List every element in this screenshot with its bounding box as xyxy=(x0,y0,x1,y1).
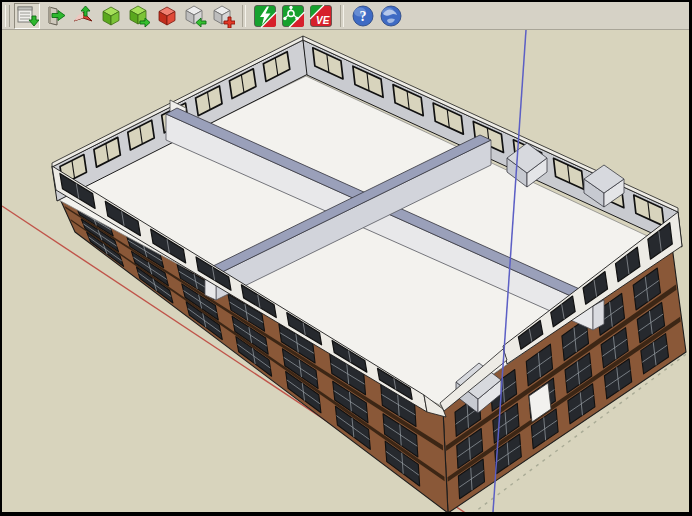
toolbar-separator xyxy=(340,5,344,27)
model-scene xyxy=(2,30,689,512)
red-cube-icon xyxy=(155,4,179,28)
web-globe-button[interactable] xyxy=(378,3,404,29)
svg-text:VE: VE xyxy=(316,15,330,26)
viewport-3d[interactable] xyxy=(2,30,689,512)
cube-add-button[interactable] xyxy=(210,3,236,29)
toolbar-grip[interactable] xyxy=(5,5,10,27)
help-icon: ? xyxy=(351,4,375,28)
svg-text:?: ? xyxy=(360,9,367,24)
export-terrain-button[interactable] xyxy=(70,3,96,29)
green-cube-arrow-button[interactable] xyxy=(126,3,152,29)
ve-logo-icon: VE xyxy=(309,4,333,28)
green-cube-arrow-icon xyxy=(127,4,151,28)
red-cube-button[interactable] xyxy=(154,3,180,29)
green-cube-button[interactable] xyxy=(98,3,124,29)
cube-import-arrow-icon xyxy=(183,4,207,28)
export-terrain-icon xyxy=(71,4,95,28)
ve-lightning-icon xyxy=(253,4,277,28)
open-door-button[interactable] xyxy=(42,3,68,29)
cube-import-arrow-button[interactable] xyxy=(182,3,208,29)
open-door-icon xyxy=(43,4,67,28)
toolbar-separator xyxy=(242,5,246,27)
ve-lightning-button[interactable] xyxy=(252,3,278,29)
help-button[interactable]: ? xyxy=(350,3,376,29)
cube-add-icon xyxy=(211,4,235,28)
ve-logo-button[interactable]: VE xyxy=(308,3,334,29)
import-model-button[interactable] xyxy=(14,3,40,29)
ve-simulation-button[interactable] xyxy=(280,3,306,29)
ve-simulation-icon xyxy=(281,4,305,28)
import-model-icon xyxy=(15,4,39,28)
green-cube-icon xyxy=(99,4,123,28)
application-window: VE ? xyxy=(0,0,692,516)
web-globe-icon xyxy=(379,4,403,28)
toolbar: VE ? xyxy=(2,2,689,30)
